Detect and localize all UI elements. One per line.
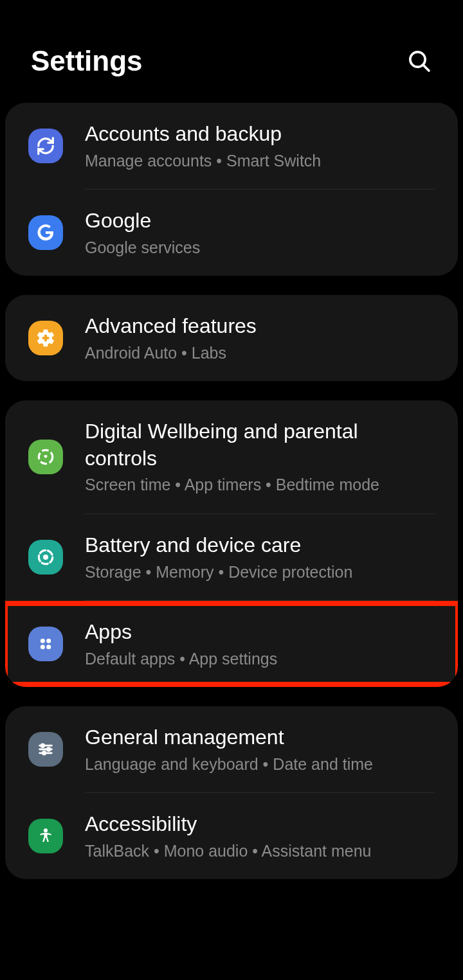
- settings-group: Digital Wellbeing and parental controls …: [5, 400, 458, 687]
- search-icon: [406, 48, 432, 74]
- accessibility-icon: [28, 819, 63, 853]
- settings-item-google[interactable]: Google Google services: [5, 190, 458, 276]
- settings-group: General management Language and keyboard…: [5, 706, 458, 879]
- settings-item-digital-wellbeing[interactable]: Digital Wellbeing and parental controls …: [5, 400, 458, 513]
- settings-list: Accounts and backup Manage accounts • Sm…: [0, 103, 463, 879]
- item-subtitle: Language and keyboard • Date and time: [85, 754, 435, 775]
- gear-plus-icon: [28, 321, 63, 355]
- svg-point-14: [41, 744, 44, 747]
- svg-point-16: [42, 752, 46, 755]
- svg-line-1: [423, 65, 429, 71]
- header: Settings: [0, 0, 463, 103]
- item-subtitle: Storage • Memory • Device protection: [85, 562, 435, 583]
- device-care-icon: [28, 540, 63, 575]
- settings-item-battery-device-care[interactable]: Battery and device care Storage • Memory…: [5, 514, 458, 600]
- svg-point-8: [46, 639, 51, 643]
- item-title: Accounts and backup: [85, 121, 435, 148]
- settings-group: Advanced features Android Auto • Labs: [5, 295, 458, 381]
- item-title: Google: [85, 208, 435, 235]
- item-subtitle: Screen time • App timers • Bedtime mode: [85, 474, 435, 495]
- settings-item-general-management[interactable]: General management Language and keyboard…: [5, 706, 458, 792]
- sliders-icon: [28, 732, 63, 767]
- settings-item-advanced-features[interactable]: Advanced features Android Auto • Labs: [5, 295, 458, 381]
- settings-item-apps[interactable]: Apps Default apps • App settings: [8, 606, 455, 682]
- apps-icon: [28, 627, 63, 661]
- svg-point-7: [41, 639, 45, 643]
- sync-icon: [28, 129, 63, 163]
- svg-point-10: [46, 645, 51, 649]
- google-icon: [28, 215, 63, 250]
- page-title: Settings: [31, 45, 143, 77]
- item-title: Battery and device care: [85, 532, 435, 559]
- item-subtitle: Android Auto • Labs: [85, 343, 435, 364]
- item-subtitle: Google services: [85, 237, 435, 258]
- item-title: Digital Wellbeing and parental controls: [85, 418, 435, 472]
- item-title: General management: [85, 724, 435, 751]
- settings-item-accessibility[interactable]: Accessibility TalkBack • Mono audio • As…: [5, 793, 458, 879]
- item-title: Accessibility: [85, 811, 435, 838]
- item-subtitle: TalkBack • Mono audio • Assistant menu: [85, 841, 435, 862]
- item-subtitle: Manage accounts • Smart Switch: [85, 150, 435, 172]
- svg-point-9: [41, 645, 45, 649]
- settings-group: Accounts and backup Manage accounts • Sm…: [5, 103, 458, 276]
- highlight-box: Apps Default apps • App settings: [5, 601, 458, 687]
- svg-point-15: [47, 748, 50, 751]
- svg-rect-3: [42, 337, 50, 339]
- settings-item-accounts-backup[interactable]: Accounts and backup Manage accounts • Sm…: [5, 103, 458, 189]
- item-subtitle: Default apps • App settings: [85, 648, 435, 670]
- svg-point-6: [43, 555, 48, 560]
- svg-point-17: [44, 828, 48, 832]
- item-title: Advanced features: [85, 313, 435, 340]
- item-title: Apps: [85, 619, 435, 646]
- wellbeing-icon: [28, 440, 63, 474]
- search-button[interactable]: [406, 48, 432, 74]
